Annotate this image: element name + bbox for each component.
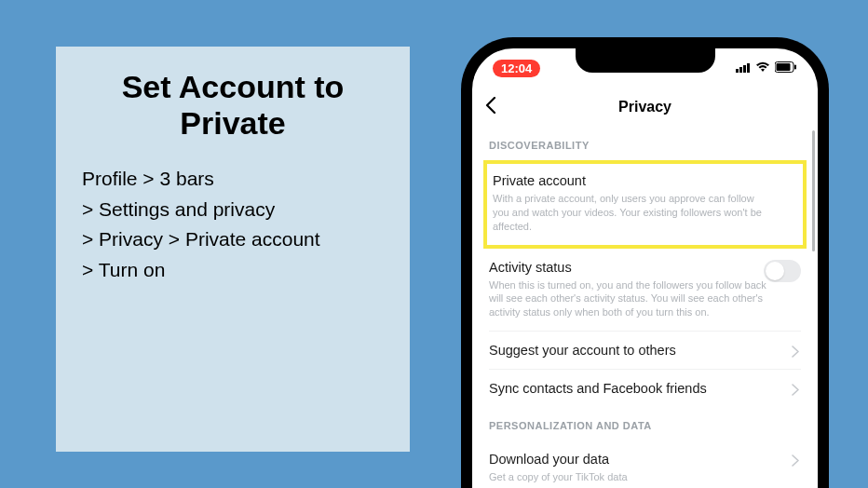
row-private-account-sub: With a private account, only users you a… <box>493 192 797 234</box>
row-activity-status[interactable]: Activity status When this is turned on, … <box>487 249 803 332</box>
chevron-left-icon <box>485 97 496 114</box>
wifi-icon <box>755 61 770 75</box>
chevron-right-icon <box>792 383 799 399</box>
section-discoverability: DISCOVERABILITY <box>487 127 803 160</box>
row-activity-status-title: Activity status <box>489 260 801 275</box>
chevron-right-icon <box>792 345 799 360</box>
svg-rect-1 <box>739 67 742 73</box>
row-suggest-title: Suggest your account to others <box>489 343 801 358</box>
svg-rect-2 <box>743 65 746 73</box>
step-3: > Privacy > Private account <box>82 224 384 255</box>
step-1: Profile > 3 bars <box>82 164 384 195</box>
phone-notch <box>576 48 715 73</box>
private-account-highlight: Private account With a private account, … <box>483 160 807 249</box>
row-private-account-title[interactable]: Private account <box>493 173 797 188</box>
title-line2: Private <box>180 105 285 141</box>
chevron-right-icon <box>792 454 799 469</box>
phone-frame: 12:04 Privacy DISCOVERABILITY <box>461 37 829 488</box>
phone-screen: 12:04 Privacy DISCOVERABILITY <box>472 48 818 488</box>
instruction-title: Set Account to Private <box>82 69 384 142</box>
battery-icon <box>775 61 797 75</box>
activity-status-toggle[interactable] <box>764 260 801 282</box>
scrollbar[interactable] <box>812 130 815 251</box>
row-download-data[interactable]: Download your data Get a copy of your Ti… <box>487 441 803 488</box>
svg-rect-0 <box>736 69 739 73</box>
nav-title: Privacy <box>472 99 818 115</box>
row-activity-status-sub: When this is turned on, you and the foll… <box>489 278 801 320</box>
row-sync-contacts[interactable]: Sync contacts and Facebook friends <box>487 370 803 407</box>
step-4: > Turn on <box>82 255 384 286</box>
status-icons <box>736 61 797 75</box>
instruction-card: Set Account to Private Profile > 3 bars … <box>56 47 410 452</box>
row-download-sub: Get a copy of your TikTok data <box>489 470 801 484</box>
svg-rect-3 <box>747 63 750 73</box>
svg-rect-5 <box>777 63 791 71</box>
step-2: > Settings and privacy <box>82 195 384 225</box>
cellular-icon <box>736 61 751 75</box>
svg-rect-6 <box>794 65 796 70</box>
row-sync-title: Sync contacts and Facebook friends <box>489 381 801 396</box>
row-download-title: Download your data <box>489 452 801 467</box>
back-button[interactable] <box>485 97 496 117</box>
section-personalization: PERSONALIZATION AND DATA <box>487 407 803 441</box>
instruction-steps: Profile > 3 bars > Settings and privacy … <box>82 164 384 285</box>
settings-list: DISCOVERABILITY Private account With a p… <box>472 127 818 488</box>
row-suggest-account[interactable]: Suggest your account to others <box>487 332 803 369</box>
status-time: 12:04 <box>493 60 540 77</box>
nav-bar: Privacy <box>472 88 818 127</box>
title-line1: Set Account to <box>122 69 345 104</box>
